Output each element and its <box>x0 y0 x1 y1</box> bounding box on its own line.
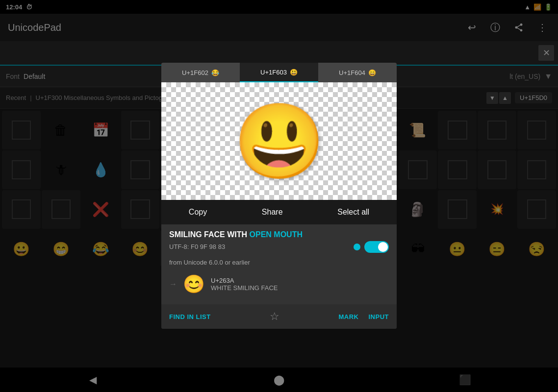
tab-code-3: U+1F604 <box>339 69 365 76</box>
find-in-list-button[interactable]: FIND IN LIST <box>169 313 211 320</box>
unicode-version: from Unicode 6.0.0 or earlier <box>169 259 389 266</box>
input-button[interactable]: INPUT <box>369 313 389 320</box>
tab-1f603[interactable]: U+1F603 😃 <box>240 63 318 82</box>
mark-button[interactable]: MARK <box>339 313 359 320</box>
emoji-detail-popup: U+1F602 😂 U+1F603 😃 U+1F604 😄 😃 Copy Sha… <box>161 63 397 329</box>
context-menu: Copy Share Select all <box>161 200 397 224</box>
emoji-name: SMILING FACE WITH OPEN MOUTH <box>169 230 389 239</box>
favorite-button[interactable]: ☆ <box>270 310 279 323</box>
related-info: U+263A WHITE SMILING FACE <box>211 277 278 292</box>
tab-1f604[interactable]: U+1F604 😄 <box>318 63 397 82</box>
share-button[interactable]: Share <box>250 204 295 220</box>
copy-button[interactable]: Copy <box>177 204 219 220</box>
related-code: U+263A <box>211 277 278 284</box>
tab-emoji-1: 😂 <box>211 69 219 76</box>
tab-code-1: U+1F602 <box>182 69 208 76</box>
related-name: WHITE SMILING FACE <box>211 284 278 292</box>
popup-actions: FIND IN LIST ☆ MARK INPUT <box>161 304 397 329</box>
popup-tab-strip: U+1F602 😂 U+1F603 😃 U+1F604 😄 <box>161 63 397 82</box>
tab-1f602[interactable]: U+1F602 😂 <box>161 63 240 82</box>
toggle-switch[interactable] <box>364 241 389 253</box>
emoji-name-highlight: OPEN MOUTH <box>250 230 303 239</box>
toggle-thumb <box>378 242 388 252</box>
emoji-name-before: SMILING FACE WITH <box>169 230 250 239</box>
tab-emoji-3: 😄 <box>368 69 376 76</box>
emoji-info-section: SMILING FACE WITH OPEN MOUTH UTF-8: F0 9… <box>161 224 397 304</box>
related-emoji[interactable]: 😊 <box>183 274 205 294</box>
tab-code-2: U+1F603 <box>260 69 287 76</box>
related-arrow: → <box>169 280 177 289</box>
tab-emoji-2: 😃 <box>290 69 298 76</box>
emoji-preview-area: 😃 <box>161 82 397 200</box>
toggle-row: UTF-8: F0 9F 98 83 <box>169 241 389 253</box>
big-emoji-display: 😃 <box>233 104 325 178</box>
related-emoji-row: → 😊 U+263A WHITE SMILING FACE <box>169 272 389 298</box>
utf8-label: UTF-8: F0 9F 98 83 <box>169 243 225 250</box>
indicator-left <box>354 244 360 250</box>
select-all-button[interactable]: Select all <box>326 204 381 220</box>
